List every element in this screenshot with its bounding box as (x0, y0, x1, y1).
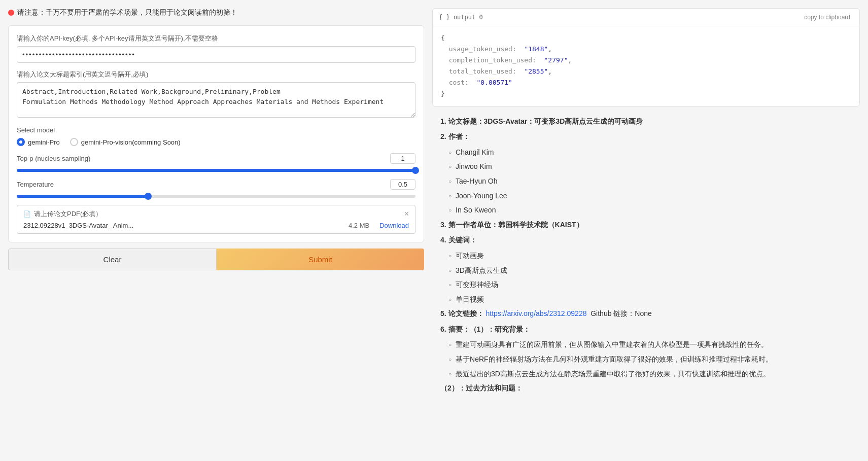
temperature-track[interactable] (17, 195, 415, 198)
file-icon: 📄 (23, 210, 31, 218)
result-link: 5. 论文链接： https://arxiv.org/abs/2312.0922… (440, 307, 852, 321)
radio-gemini-pro-circle (17, 138, 25, 146)
download-link[interactable]: Download (379, 222, 409, 229)
github-label: Github 链接：None (591, 309, 652, 317)
open-brace: { (441, 34, 445, 42)
keyword-1: 可动画身 (448, 249, 852, 263)
temperature-section: Temperature 0.5 (17, 179, 415, 198)
sections-label: 请输入论文大标题索引(用英文逗号隔开,必填) (17, 70, 415, 79)
api-key-section: 请输入你的API-key(必填, 多个API-key请用英文逗号隔开),不需要空… (17, 34, 415, 63)
result-methods-label: （2）：过去方法和问题： (440, 381, 852, 395)
result-keywords-label: 4. 关键词： (440, 233, 852, 247)
result-content: 1. 论文标题：3DGS-Avatar：可变形3D高斯点云生成的可动画身 2. … (432, 115, 860, 405)
result-author-label: 2. 作者： (440, 130, 852, 144)
file-upload-area: 📄 请上传论文PDF(必填） × 2312.09228v1_3DGS-Avata… (17, 205, 415, 234)
topp-label: Top-p (nucleus sampling) (17, 155, 90, 162)
radio-gemini-pro-vision[interactable]: gemini-Pro-vision(comming Soon) (70, 138, 181, 146)
topp-header: Top-p (nucleus sampling) 1 (17, 153, 415, 164)
abstract-point-3: 最近提出的3D高斯点云生成方法在静态场景重建中取得了很好的效果，具有快速训练和推… (448, 367, 852, 381)
radio-gemini-pro-label: gemini-Pro (28, 138, 60, 146)
author-5: In So Kweon (448, 203, 852, 217)
file-size: 4.2 MB (349, 222, 369, 229)
sections-input[interactable]: Abstract,Introduction,Related Work,Backg… (17, 82, 415, 118)
topp-thumb[interactable] (412, 167, 419, 174)
button-row: Clear Submit (8, 249, 424, 270)
authors-list: Changil Kim Jinwoo Kim Tae-Hyun Oh Joon-… (440, 146, 852, 217)
abstract-point-2: 基于NeRF的神经辐射场方法在几何和外观重建方面取得了很好的效果，但训练和推理过… (448, 352, 852, 366)
topp-track[interactable] (17, 169, 415, 172)
copy-to-clipboard-button[interactable]: copy to clipboard (801, 13, 853, 22)
file-close-button[interactable]: × (404, 210, 409, 218)
radio-gemini-pro-vision-circle (70, 138, 78, 146)
keywords-list: 可动画身 3D高斯点云生成 可变形神经场 单目视频 (440, 249, 852, 306)
api-key-input[interactable] (17, 46, 415, 63)
topp-section: Top-p (nucleus sampling) 1 (17, 153, 415, 172)
temperature-header: Temperature 0.5 (17, 179, 415, 190)
output-header: { } output 0 copy to clipboard (433, 9, 859, 26)
result-abstract-label: 6. 摘要：（1）：研究背景： (440, 323, 852, 336)
right-panel: { } output 0 copy to clipboard { usage_t… (432, 8, 860, 453)
temperature-fill (17, 195, 148, 198)
file-row: 2312.09228v1_3DGS-Avatar_ Anim... 4.2 MB… (23, 222, 409, 229)
author-4: Joon-Young Lee (448, 189, 852, 203)
clear-button[interactable]: Clear (8, 249, 217, 270)
api-key-label: 请输入你的API-key(必填, 多个API-key请用英文逗号隔开),不需要空… (17, 34, 415, 43)
output-label: { } output 0 (439, 14, 483, 21)
warning-icon (8, 10, 14, 16)
model-section: Select model gemini-Pro gemini-Pro-visio… (17, 126, 415, 146)
keyword-3: 可变形神经场 (448, 278, 852, 292)
close-brace: } (441, 90, 445, 97)
author-1: Changil Kim (448, 146, 852, 159)
output-line-2: completion_token_used: "2797", (441, 56, 572, 64)
topp-fill (17, 169, 415, 172)
arxiv-link[interactable]: https://arxiv.org/abs/2312.09228 (485, 309, 586, 317)
abstract-point-1: 重建可动画身具有广泛的应用前景，但从图像输入中重建衣着的人体模型是一项具有挑战性… (448, 338, 852, 351)
file-upload-label: 📄 请上传论文PDF(必填） (23, 209, 102, 219)
model-radio-group: gemini-Pro gemini-Pro-vision(comming Soo… (17, 138, 415, 146)
abstract-points-list: 重建可动画身具有广泛的应用前景，但从图像输入中重建衣着的人体模型是一项具有挑战性… (440, 338, 852, 380)
output-line-4: cost: "0.00571" (441, 79, 512, 86)
submit-button[interactable]: Submit (217, 249, 424, 270)
temperature-thumb[interactable] (145, 193, 152, 200)
output-line-1: usage_token_used: "1848", (441, 45, 552, 53)
author-3: Tae-Hyun Oh (448, 174, 852, 188)
warning-text: 请注意：千万不要用于严肃的学术场景，只能用于论文阅读前的初筛！ (17, 8, 237, 17)
author-2: Jinwoo Kim (448, 160, 852, 173)
output-box: { } output 0 copy to clipboard { usage_t… (432, 8, 860, 107)
output-content: { usage_token_used: "1848", completion_t… (433, 26, 859, 106)
radio-gemini-pro-vision-label: gemini-Pro-vision(comming Soon) (81, 138, 181, 146)
warning-bar: 请注意：千万不要用于严肃的学术场景，只能用于论文阅读前的初筛！ (8, 8, 424, 17)
form-card: 请输入你的API-key(必填, 多个API-key请用英文逗号隔开),不需要空… (8, 25, 424, 242)
topp-value: 1 (390, 153, 415, 164)
result-affiliation: 3. 第一作者单位：韩国科学技术院（KAIST） (440, 218, 852, 232)
keyword-4: 单目视频 (448, 293, 852, 306)
sections-section: 请输入论文大标题索引(用英文逗号隔开,必填) Abstract,Introduc… (17, 70, 415, 119)
result-title: 1. 论文标题：3DGS-Avatar：可变形3D高斯点云生成的可动画身 (440, 115, 852, 128)
file-upload-header: 📄 请上传论文PDF(必填） × (23, 209, 409, 219)
file-name: 2312.09228v1_3DGS-Avatar_ Anim... (23, 222, 338, 229)
temperature-value: 0.5 (390, 179, 415, 190)
keyword-2: 3D高斯点云生成 (448, 264, 852, 277)
output-line-3: total_token_used: "2855", (441, 67, 552, 75)
temperature-label: Temperature (17, 181, 54, 188)
model-label: Select model (17, 126, 415, 134)
file-label-text: 请上传论文PDF(必填） (34, 209, 102, 219)
radio-gemini-pro[interactable]: gemini-Pro (17, 138, 60, 146)
